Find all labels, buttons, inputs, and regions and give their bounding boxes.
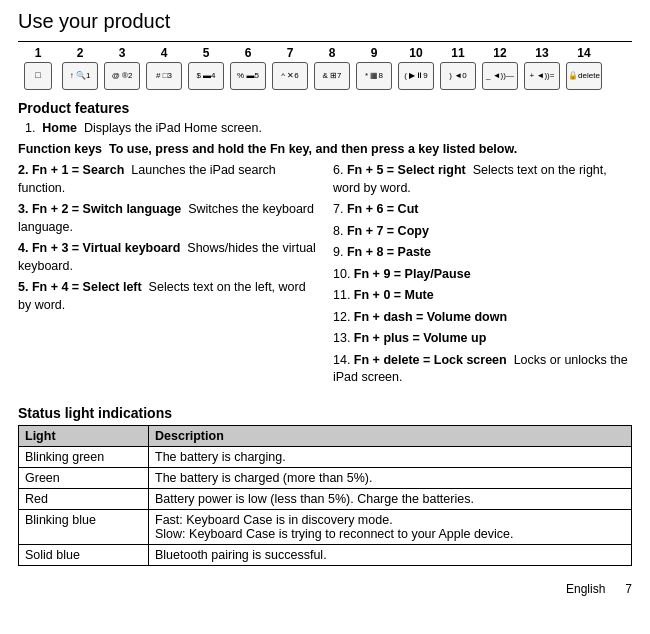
key-box: _ ◄))— bbox=[482, 62, 518, 90]
key-item-3: 3@ ®2 bbox=[102, 46, 142, 90]
key-box: ( ▶⏸9 bbox=[398, 62, 434, 90]
function-keys-desc: To use, press and hold the Fn key, and t… bbox=[109, 142, 517, 156]
key-number: 3 bbox=[119, 46, 126, 60]
status-title: Status light indications bbox=[18, 405, 632, 421]
key-box: * ▦8 bbox=[356, 62, 392, 90]
feature-item-left: 2. Fn + 1 = Search Launches the iPad sea… bbox=[18, 162, 317, 197]
cell-light: Blinking blue bbox=[19, 509, 149, 544]
product-features-section: Product features 1. Home Displays the iP… bbox=[18, 100, 632, 391]
key-number: 7 bbox=[287, 46, 294, 60]
cell-description: The battery is charged (more than 5%). bbox=[149, 467, 632, 488]
key-number: 10 bbox=[409, 46, 422, 60]
feature-item-right: 8. Fn + 7 = Copy bbox=[333, 223, 632, 241]
key-item-5: 5$ ▬4 bbox=[186, 46, 226, 90]
footer: English 7 bbox=[18, 582, 632, 596]
cell-light: Blinking green bbox=[19, 446, 149, 467]
key-item-6: 6% ▬5 bbox=[228, 46, 268, 90]
key-number: 13 bbox=[535, 46, 548, 60]
status-table-header: Light Description bbox=[19, 425, 632, 446]
key-number: 12 bbox=[493, 46, 506, 60]
footer-page: 7 bbox=[625, 582, 632, 596]
function-keys-note: Function keys To use, press and hold the… bbox=[18, 141, 632, 159]
key-row: 1□2↑ 🔍13@ ®24# □35$ ▬46% ▬57^ ✕68& ⊞79* … bbox=[18, 41, 632, 90]
feature-item-left: 4. Fn + 3 = Virtual keyboard Shows/hides… bbox=[18, 240, 317, 275]
key-number: 8 bbox=[329, 46, 336, 60]
table-header-row: Light Description bbox=[19, 425, 632, 446]
key-item-13: 13+ ◄))= bbox=[522, 46, 562, 90]
function-keys-label: Function keys bbox=[18, 142, 102, 156]
feature-item-right: 14. Fn + delete = Lock screen Locks or u… bbox=[333, 352, 632, 387]
table-row: RedBattery power is low (less than 5%). … bbox=[19, 488, 632, 509]
product-features-title: Product features bbox=[18, 100, 632, 116]
feature-item-right: 9. Fn + 8 = Paste bbox=[333, 244, 632, 262]
key-item-7: 7^ ✕6 bbox=[270, 46, 310, 90]
status-table: Light Description Blinking greenThe batt… bbox=[18, 425, 632, 566]
col-description: Description bbox=[149, 425, 632, 446]
cell-description: Battery power is low (less than 5%). Cha… bbox=[149, 488, 632, 509]
key-box: % ▬5 bbox=[230, 62, 266, 90]
cell-light: Solid blue bbox=[19, 544, 149, 565]
key-number: 14 bbox=[577, 46, 590, 60]
feature-item-right: 11. Fn + 0 = Mute bbox=[333, 287, 632, 305]
features-grid: 2. Fn + 1 = Search Launches the iPad sea… bbox=[18, 162, 632, 391]
cell-description: Bluetooth pairing is successful. bbox=[149, 544, 632, 565]
footer-language: English bbox=[566, 582, 605, 596]
col-light: Light bbox=[19, 425, 149, 446]
key-item-11: 11) ◄0 bbox=[438, 46, 478, 90]
key-item-12: 12_ ◄))— bbox=[480, 46, 520, 90]
key-box: @ ®2 bbox=[104, 62, 140, 90]
feature-item-left: 3. Fn + 2 = Switch language Switches the… bbox=[18, 201, 317, 236]
feature-item-right: 10. Fn + 9 = Play/Pause bbox=[333, 266, 632, 284]
feature-item-left: 5. Fn + 4 = Select left Selects text on … bbox=[18, 279, 317, 314]
key-box: & ⊞7 bbox=[314, 62, 350, 90]
table-row: GreenThe battery is charged (more than 5… bbox=[19, 467, 632, 488]
key-item-2: 2↑ 🔍1 bbox=[60, 46, 100, 90]
key-number: 5 bbox=[203, 46, 210, 60]
status-table-body: Blinking greenThe battery is charging.Gr… bbox=[19, 446, 632, 565]
key-box: ^ ✕6 bbox=[272, 62, 308, 90]
key-box: 🔒delete bbox=[566, 62, 602, 90]
key-box: $ ▬4 bbox=[188, 62, 224, 90]
key-box: ) ◄0 bbox=[440, 62, 476, 90]
feature-item-right: 7. Fn + 6 = Cut bbox=[333, 201, 632, 219]
features-right-col: 6. Fn + 5 = Select right Selects text on… bbox=[333, 162, 632, 391]
table-row: Blinking greenThe battery is charging. bbox=[19, 446, 632, 467]
home-item: 1. Home Displays the iPad Home screen. bbox=[18, 120, 632, 138]
key-number: 9 bbox=[371, 46, 378, 60]
key-item-8: 8& ⊞7 bbox=[312, 46, 352, 90]
key-item-9: 9* ▦8 bbox=[354, 46, 394, 90]
key-box: + ◄))= bbox=[524, 62, 560, 90]
key-number: 6 bbox=[245, 46, 252, 60]
cell-description: Fast: Keyboard Case is in discovery mode… bbox=[149, 509, 632, 544]
cell-light: Red bbox=[19, 488, 149, 509]
cell-light: Green bbox=[19, 467, 149, 488]
cell-description: The battery is charging. bbox=[149, 446, 632, 467]
key-box: □ bbox=[24, 62, 52, 90]
key-item-1: 1□ bbox=[18, 46, 58, 90]
key-number: 1 bbox=[35, 46, 42, 60]
key-item-10: 10( ▶⏸9 bbox=[396, 46, 436, 90]
feature-item-right: 13. Fn + plus = Volume up bbox=[333, 330, 632, 348]
feature-item-right: 12. Fn + dash = Volume down bbox=[333, 309, 632, 327]
key-number: 2 bbox=[77, 46, 84, 60]
table-row: Blinking blueFast: Keyboard Case is in d… bbox=[19, 509, 632, 544]
status-section: Status light indications Light Descripti… bbox=[18, 405, 632, 566]
key-item-4: 4# □3 bbox=[144, 46, 184, 90]
table-row: Solid blueBluetooth pairing is successfu… bbox=[19, 544, 632, 565]
key-box: ↑ 🔍1 bbox=[62, 62, 98, 90]
key-number: 11 bbox=[451, 46, 464, 60]
home-label: Home bbox=[42, 121, 77, 135]
key-box: # □3 bbox=[146, 62, 182, 90]
features-left-col: 2. Fn + 1 = Search Launches the iPad sea… bbox=[18, 162, 317, 391]
feature-item-right: 6. Fn + 5 = Select right Selects text on… bbox=[333, 162, 632, 197]
key-item-14: 14🔒delete bbox=[564, 46, 604, 90]
page-title: Use your product bbox=[18, 10, 632, 33]
home-desc: Displays the iPad Home screen. bbox=[84, 121, 262, 135]
key-number: 4 bbox=[161, 46, 168, 60]
